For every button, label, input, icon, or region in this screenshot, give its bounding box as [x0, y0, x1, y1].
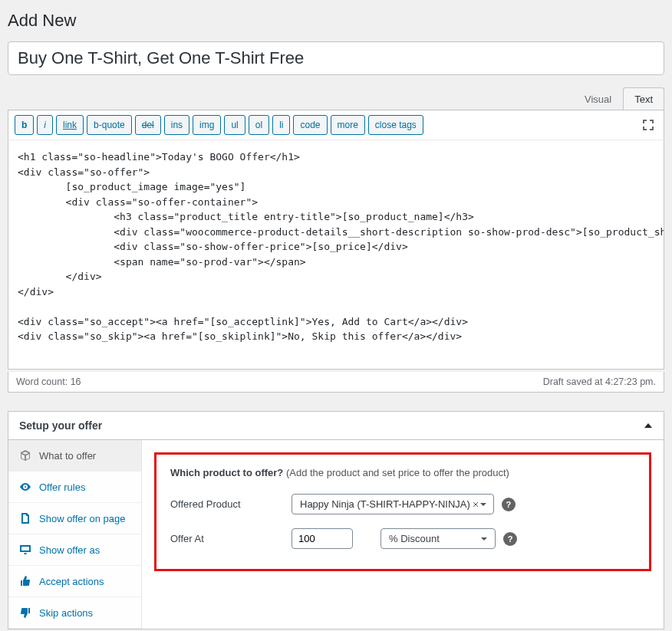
page-icon	[19, 512, 31, 524]
qt-img-button[interactable]: img	[193, 115, 221, 135]
qt-italic-button[interactable]: i	[37, 115, 53, 135]
sidebar-item-accept-actions[interactable]: Accept actions	[8, 566, 141, 597]
highlight-box: Which product to offer? (Add the product…	[154, 452, 651, 571]
fullscreen-icon[interactable]	[639, 116, 657, 134]
sidebar-item-label: Show offer as	[39, 544, 100, 556]
setup-offer-panel: Setup your offer What to offer Offer rul…	[8, 411, 664, 629]
sidebar-item-offer-rules[interactable]: Offer rules	[8, 472, 141, 503]
setup-offer-body: What to offer Offer rules Show offer on …	[8, 440, 664, 629]
qt-ol-button[interactable]: ol	[249, 115, 269, 135]
sidebar-item-skip-actions[interactable]: Skip actions	[8, 597, 141, 629]
qt-bquote-button[interactable]: b-quote	[87, 115, 132, 135]
setup-side-nav: What to offer Offer rules Show offer on …	[8, 440, 142, 629]
offered-product-label: Offered Product	[170, 498, 284, 510]
offer-at-unit-value: % Discount	[389, 533, 440, 544]
editor-tabs: Visual Text	[8, 87, 664, 110]
sidebar-item-show-as[interactable]: Show offer as	[8, 534, 141, 566]
offer-pane: Which product to offer? (Add the product…	[142, 440, 664, 629]
qt-del-button[interactable]: del	[135, 115, 161, 135]
tab-text[interactable]: Text	[623, 87, 664, 110]
cube-icon	[19, 449, 31, 462]
draft-saved: Draft saved at 4:27:23 pm.	[543, 376, 656, 387]
sidebar-item-label: What to offer	[39, 450, 96, 462]
page-title: Add New	[8, 8, 664, 41]
question-line: Which product to offer? (Add the product…	[170, 467, 635, 478]
question-rest: (Add the product and set price to offer …	[283, 467, 509, 478]
sidebar-item-label: Show offer on page	[39, 513, 126, 524]
qt-code-button[interactable]: code	[293, 115, 327, 135]
collapse-icon[interactable]	[644, 421, 653, 430]
sidebar-item-label: Offer rules	[39, 481, 85, 493]
qt-link-button[interactable]: link	[56, 115, 84, 135]
sidebar-item-label: Accept actions	[39, 576, 104, 587]
qt-closetags-button[interactable]: close tags	[368, 115, 423, 135]
question-bold: Which product to offer?	[170, 467, 283, 478]
sidebar-item-what-to-offer[interactable]: What to offer	[8, 440, 141, 472]
editor: Visual Text b i link b-quote del ins img…	[8, 87, 664, 393]
qt-li-button[interactable]: li	[272, 115, 290, 135]
help-icon[interactable]: ?	[503, 532, 517, 546]
setup-offer-heading-label: Setup your offer	[19, 419, 102, 432]
tab-visual[interactable]: Visual	[573, 87, 623, 110]
qt-ins-button[interactable]: ins	[164, 115, 189, 135]
desktop-icon	[19, 544, 31, 556]
qt-bold-button[interactable]: b	[15, 115, 34, 135]
qt-more-button[interactable]: more	[331, 115, 365, 135]
offer-at-input[interactable]	[292, 528, 353, 549]
thumbs-up-icon	[19, 575, 31, 587]
eye-icon	[19, 481, 31, 493]
sidebar-item-show-on-page[interactable]: Show offer on page	[8, 503, 141, 534]
select-caret-icon	[473, 501, 487, 508]
help-icon[interactable]: ?	[502, 498, 516, 511]
content-textarea[interactable]	[8, 140, 664, 370]
offer-at-unit-select[interactable]: % Discount	[380, 528, 496, 549]
offered-product-row: Offered Product Happy Ninja (T-SHIRT-HAP…	[170, 494, 635, 514]
offer-at-row: Offer At % Discount ?	[170, 528, 635, 549]
quicktags-toolbar: b i link b-quote del ins img ul ol li co…	[8, 110, 664, 140]
offered-product-value: Happy Ninja (T-SHIRT-HAPPY-NINJA)	[300, 498, 470, 510]
offer-at-label: Offer At	[170, 533, 284, 544]
chevron-down-icon	[479, 534, 489, 544]
thumbs-down-icon	[19, 606, 31, 619]
setup-offer-heading[interactable]: Setup your offer	[8, 412, 664, 440]
editor-status-bar: Word count: 16 Draft saved at 4:27:23 pm…	[8, 372, 664, 393]
word-count: Word count: 16	[16, 376, 81, 387]
qt-ul-button[interactable]: ul	[224, 115, 245, 135]
sidebar-item-label: Skip actions	[39, 607, 93, 619]
post-title-input[interactable]	[8, 41, 664, 75]
offered-product-select[interactable]: Happy Ninja (T-SHIRT-HAPPY-NINJA)	[292, 494, 494, 514]
